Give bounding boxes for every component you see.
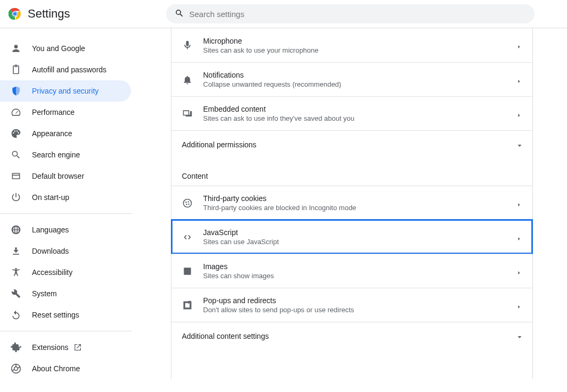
row-popups[interactable]: Pop-ups and redirectsDon't allow sites t… [171, 288, 532, 322]
row-embedded[interactable]: Embedded contentSites can ask to use inf… [171, 96, 532, 130]
svg-point-5 [183, 199, 191, 207]
sidebar-label: About Chrome [32, 364, 80, 373]
sidebar-label: Accessibility [32, 268, 72, 277]
chevron-right-icon [516, 303, 522, 308]
row-title: JavaScript [203, 228, 516, 237]
search-box[interactable] [166, 4, 535, 23]
search-container [166, 4, 535, 23]
sidebar-label: Extensions [32, 343, 68, 352]
sidebar-label: Performance [32, 108, 75, 116]
sidebar-item-privacy[interactable]: Privacy and security [0, 80, 131, 102]
sidebar-item-about[interactable]: About Chrome [0, 358, 131, 379]
person-icon [11, 43, 21, 54]
sidebar-label: Downloads [32, 247, 69, 255]
cookie-icon [182, 198, 193, 208]
row-desc: Sites can show images [203, 272, 516, 280]
expand-label: Additional permissions [182, 140, 516, 149]
sidebar-label: System [32, 289, 57, 298]
row-images[interactable]: ImagesSites can show images [171, 254, 532, 288]
row-desc: Third-party cookies are blocked in Incog… [203, 204, 516, 212]
chrome-logo-icon [9, 7, 21, 20]
speed-icon [11, 107, 21, 118]
row-title: Pop-ups and redirects [203, 296, 516, 305]
shield-icon [11, 86, 21, 96]
svg-point-7 [187, 201, 189, 203]
chevron-right-icon [516, 77, 522, 82]
chevron-right-icon [516, 269, 522, 274]
row-notifications[interactable]: NotificationsCollapse unwanted requests … [171, 62, 532, 96]
chrome-icon [11, 363, 21, 374]
svg-point-6 [185, 202, 187, 203]
palette-icon [11, 128, 21, 139]
row-desc: Sites can ask to use info they've saved … [203, 114, 516, 122]
header: Settings [0, 0, 567, 28]
image-icon [182, 266, 193, 277]
sidebar-item-downloads[interactable]: Downloads [0, 240, 131, 262]
svg-point-4 [14, 367, 18, 371]
row-additional-permissions[interactable]: Additional permissions [171, 130, 532, 158]
content-area: MicrophoneSites can ask to use your micr… [136, 28, 567, 379]
download-icon [11, 246, 21, 256]
chevron-right-icon [516, 111, 522, 116]
sidebar-item-accessibility[interactable]: Accessibility [0, 262, 131, 283]
search-input[interactable] [190, 10, 526, 19]
search-icon [11, 149, 21, 160]
sidebar-item-you-and-google[interactable]: You and Google [0, 38, 131, 59]
reset-icon [11, 310, 21, 320]
svg-point-8 [186, 204, 187, 205]
settings-panel: MicrophoneSites can ask to use your micr… [171, 28, 533, 379]
popup-icon [182, 300, 193, 311]
row-javascript[interactable]: JavaScriptSites can use JavaScript [171, 220, 532, 254]
sidebar-label: Default browser [32, 172, 84, 180]
puzzle-icon [11, 342, 21, 353]
sidebar-item-default-browser[interactable]: Default browser [0, 165, 131, 187]
chevron-right-icon [516, 201, 522, 206]
row-desc: Don't allow sites to send pop-ups or use… [203, 306, 516, 314]
sidebar-label: On start-up [32, 193, 69, 202]
sidebar-label: Privacy and security [32, 87, 98, 95]
sidebar-item-startup[interactable]: On start-up [0, 187, 131, 208]
row-microphone[interactable]: MicrophoneSites can ask to use your micr… [171, 28, 532, 62]
sidebar-item-autofill[interactable]: Autofill and passwords [0, 59, 131, 80]
embed-icon [182, 109, 193, 119]
globe-icon [11, 224, 21, 235]
chevron-right-icon [516, 43, 522, 48]
row-desc: Sites can ask to use your microphone [203, 46, 516, 54]
row-title: Images [203, 262, 516, 271]
sidebar: You and Google Autofill and passwords Pr… [0, 28, 136, 379]
row-title: Notifications [203, 71, 516, 79]
sidebar-label: Search engine [32, 151, 80, 159]
row-title: Embedded content [203, 105, 516, 113]
page-title: Settings [28, 7, 70, 21]
sidebar-label: Autofill and passwords [32, 65, 106, 74]
sidebar-item-languages[interactable]: Languages [0, 219, 131, 240]
row-desc: Sites can use JavaScript [203, 238, 516, 246]
bell-icon [182, 74, 193, 85]
clipboard-icon [11, 64, 21, 75]
wrench-icon [11, 288, 21, 299]
sidebar-label: You and Google [32, 44, 85, 53]
svg-point-9 [188, 203, 190, 205]
row-title: Third-party cookies [203, 194, 516, 203]
chevron-down-icon [516, 333, 522, 339]
sidebar-item-reset[interactable]: Reset settings [0, 304, 131, 326]
divider [0, 331, 132, 331]
row-cookies[interactable]: Third-party cookiesThird-party cookies a… [171, 186, 532, 220]
sidebar-item-performance[interactable]: Performance [0, 102, 131, 123]
sidebar-item-system[interactable]: System [0, 283, 131, 304]
svg-point-2 [13, 12, 17, 16]
row-additional-content[interactable]: Additional content settings [171, 322, 532, 349]
section-content-title: Content [171, 158, 532, 186]
sidebar-label: Reset settings [32, 311, 79, 319]
browser-icon [11, 171, 21, 181]
search-icon [175, 9, 184, 20]
power-icon [11, 192, 21, 203]
sidebar-item-appearance[interactable]: Appearance [0, 123, 131, 144]
sidebar-label: Languages [32, 226, 69, 234]
sidebar-item-search-engine[interactable]: Search engine [0, 144, 131, 165]
expand-label: Additional content settings [182, 332, 516, 340]
sidebar-item-extensions[interactable]: Extensions [0, 337, 131, 358]
sidebar-label: Appearance [32, 129, 72, 138]
accessibility-icon [11, 267, 21, 278]
chevron-right-icon [516, 235, 522, 240]
